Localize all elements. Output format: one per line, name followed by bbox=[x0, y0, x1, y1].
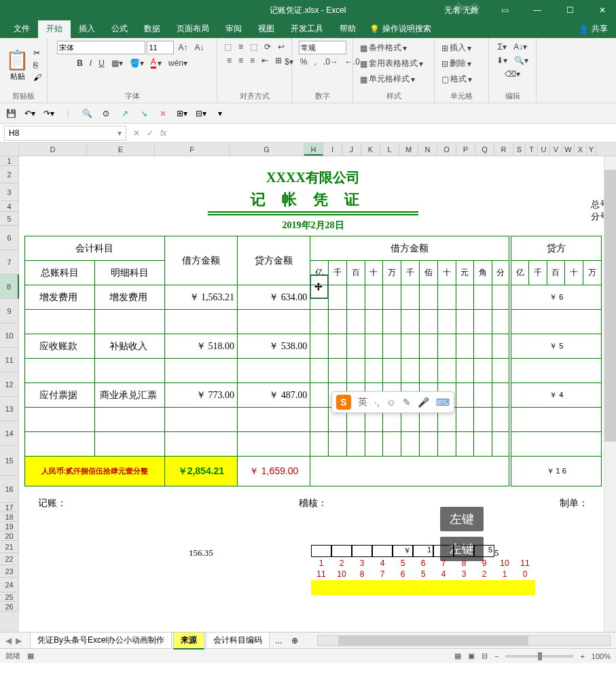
dcell-1-10[interactable] bbox=[492, 310, 511, 334]
row-11[interactable]: 11 bbox=[0, 348, 19, 372]
vscroll-thumb[interactable] bbox=[604, 170, 616, 442]
cell-4-sub[interactable]: 商业承兑汇票 bbox=[94, 383, 164, 408]
save-icon[interactable]: 💾 bbox=[4, 107, 18, 120]
dcell-6-5[interactable] bbox=[401, 432, 420, 457]
tail-0[interactable]: ￥ 6 bbox=[510, 285, 601, 310]
underline-button[interactable]: U bbox=[96, 57, 107, 69]
dcell-1-2[interactable] bbox=[346, 310, 365, 334]
row-24[interactable]: 24 bbox=[0, 577, 19, 592]
conditional-format-button[interactable]: ▦ 条件格式 ▾ bbox=[357, 41, 410, 55]
dcell-0-7[interactable] bbox=[437, 285, 456, 310]
share-button[interactable]: 👤共享 bbox=[570, 20, 616, 38]
currency-icon[interactable]: $▾ bbox=[282, 56, 296, 68]
cell-3-credit[interactable] bbox=[238, 359, 310, 383]
row-21[interactable]: 21 bbox=[0, 541, 19, 553]
dcell-2-6[interactable] bbox=[419, 334, 437, 359]
dcell-1-8[interactable] bbox=[456, 310, 474, 334]
row-14[interactable]: 14 bbox=[0, 421, 19, 446]
cell-6-gl[interactable] bbox=[25, 432, 95, 457]
cell-5-debit[interactable] bbox=[164, 408, 237, 432]
sheet-nav-prev-icon[interactable]: ◀ bbox=[5, 636, 12, 645]
col-X[interactable]: X bbox=[575, 143, 587, 156]
orientation-icon[interactable]: ⟳ bbox=[261, 41, 274, 53]
col-O[interactable]: O bbox=[437, 143, 456, 156]
zoom-level[interactable]: 100% bbox=[592, 652, 611, 660]
align-mid-icon[interactable]: ≡ bbox=[236, 41, 246, 53]
row-16[interactable]: 16 bbox=[0, 476, 19, 503]
bold-button[interactable]: B bbox=[74, 57, 86, 69]
dcell-6-9[interactable] bbox=[474, 432, 492, 457]
new-sheet-icon[interactable]: ⊕ bbox=[287, 636, 302, 645]
dcell-0-4[interactable] bbox=[383, 285, 401, 310]
view-normal-icon[interactable]: ▦ bbox=[454, 652, 461, 660]
tab-developer[interactable]: 开发工具 bbox=[283, 20, 331, 38]
dcell-4-9[interactable] bbox=[474, 383, 492, 408]
decrease-font-icon[interactable]: A↓ bbox=[192, 41, 207, 54]
sheet-tab-1[interactable]: 凭证By头条号Excel办公小动画制作 bbox=[30, 632, 172, 649]
col-W[interactable]: W bbox=[562, 143, 575, 156]
dcell-1-6[interactable] bbox=[419, 310, 437, 334]
col-K[interactable]: K bbox=[361, 143, 380, 156]
cancel-formula-icon[interactable]: ✕ bbox=[133, 128, 140, 138]
align-right-icon[interactable]: ≡ bbox=[247, 54, 257, 67]
row-12[interactable]: 12 bbox=[0, 372, 19, 397]
dcell-3-9[interactable] bbox=[474, 359, 492, 383]
preview-icon[interactable]: 🔍 bbox=[80, 107, 94, 120]
cell-style-button[interactable]: ▦ 单元格样式 ▾ bbox=[357, 72, 418, 86]
row-26[interactable]: 26 bbox=[0, 602, 19, 611]
dcell-6-6[interactable] bbox=[419, 432, 437, 457]
fx-icon[interactable]: fx bbox=[160, 128, 166, 138]
trace-icon[interactable]: ↘ bbox=[137, 107, 151, 120]
tail-3[interactable] bbox=[510, 359, 601, 383]
sheet-more[interactable]: ... bbox=[271, 636, 286, 645]
row-15[interactable]: 15 bbox=[0, 446, 19, 476]
cell-1-sub[interactable] bbox=[94, 310, 164, 334]
dcell-0-3[interactable] bbox=[365, 285, 383, 310]
sheet-nav-next-icon[interactable]: ▶ bbox=[16, 636, 22, 645]
col-F[interactable]: F bbox=[155, 143, 230, 156]
tab-data[interactable]: 数据 bbox=[136, 20, 168, 38]
zoom-out-icon[interactable]: − bbox=[494, 652, 499, 660]
tell-me-search[interactable]: 💡操作说明搜索 bbox=[364, 20, 437, 38]
view-pagebreak-icon[interactable]: ⊟ bbox=[482, 652, 488, 660]
view-layout-icon[interactable]: ▣ bbox=[468, 652, 475, 660]
dcell-5-9[interactable] bbox=[474, 408, 492, 432]
row-8[interactable]: 8 bbox=[0, 274, 19, 299]
ime-skin-icon[interactable]: ✎ bbox=[403, 397, 411, 408]
tab-pagelayout[interactable]: 页面布局 bbox=[168, 20, 217, 38]
remove-trace-icon[interactable]: ⤫ bbox=[156, 107, 170, 120]
vertical-scrollbar[interactable] bbox=[604, 156, 616, 632]
dcell-0-1[interactable] bbox=[328, 285, 346, 310]
dcell-6-10[interactable] bbox=[492, 432, 511, 457]
dcell-1-4[interactable] bbox=[383, 310, 401, 334]
dcell-6-8[interactable] bbox=[456, 432, 474, 457]
sheet-tab-2[interactable]: 来源 bbox=[173, 632, 204, 650]
enter-formula-icon[interactable]: ✓ bbox=[147, 128, 153, 138]
cell-1-debit[interactable] bbox=[164, 310, 237, 334]
maximize-icon[interactable]: ☐ bbox=[556, 0, 583, 20]
ime-punct-icon[interactable]: ·, bbox=[374, 397, 380, 408]
increase-font-icon[interactable]: A↑ bbox=[175, 41, 190, 54]
dcell-3-4[interactable] bbox=[383, 359, 401, 383]
redo-icon[interactable]: ↷▾ bbox=[42, 107, 56, 120]
zoom-slider[interactable] bbox=[505, 655, 573, 658]
border-button[interactable]: ▦▾ bbox=[109, 57, 126, 69]
name-box[interactable]: H8▾ bbox=[4, 126, 126, 141]
dcell-3-5[interactable] bbox=[401, 359, 420, 383]
row-7[interactable]: 7 bbox=[0, 250, 19, 274]
dcell-0-6[interactable] bbox=[419, 285, 437, 310]
tail-1[interactable] bbox=[510, 310, 601, 334]
dcell-2-10[interactable] bbox=[492, 334, 511, 359]
qat-misc2-icon[interactable]: ⊟▾ bbox=[194, 107, 208, 120]
indent-dec-icon[interactable]: ⇤ bbox=[259, 54, 271, 67]
dcell-0-8[interactable] bbox=[456, 285, 474, 310]
customize-qat-icon[interactable]: ▾ bbox=[213, 107, 227, 120]
col-U[interactable]: U bbox=[538, 143, 550, 156]
sheet-tab-3[interactable]: 会计科目编码 bbox=[206, 632, 270, 649]
comma-icon[interactable]: , bbox=[312, 56, 319, 68]
row-2[interactable]: 2 bbox=[0, 166, 19, 183]
col-R[interactable]: R bbox=[494, 143, 513, 156]
dcell-3-1[interactable] bbox=[328, 359, 346, 383]
cell-4-debit[interactable]: ￥ 773.00 bbox=[164, 383, 237, 408]
tab-view[interactable]: 视图 bbox=[250, 20, 283, 38]
